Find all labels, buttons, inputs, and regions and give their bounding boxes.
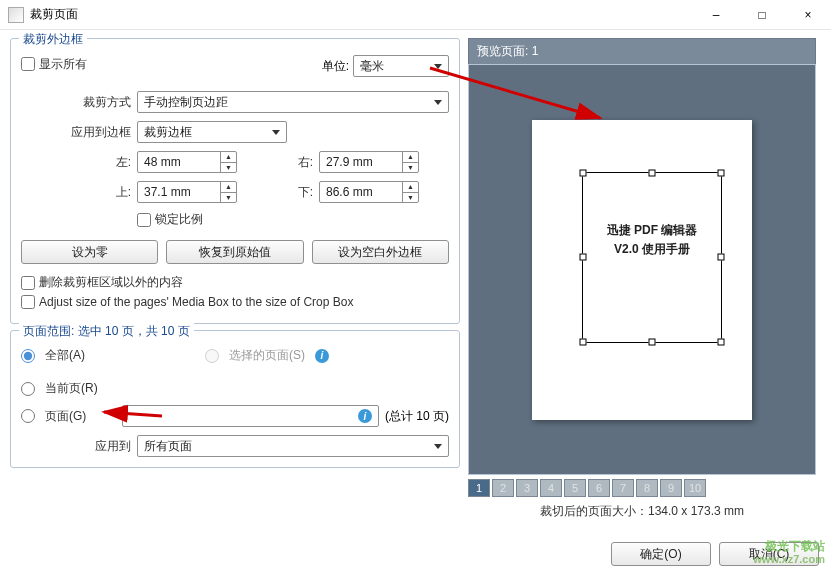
crop-mode-combo[interactable]: 手动控制页边距: [137, 91, 449, 113]
bottom-label: 下:: [243, 184, 313, 201]
window-buttons: – □ ×: [693, 0, 831, 30]
restore-button[interactable]: 恢复到原始值: [166, 240, 303, 264]
spin-down-icon[interactable]: ▼: [221, 163, 236, 173]
lock-ratio-label: 锁定比例: [155, 211, 203, 228]
unit-label: 单位:: [322, 58, 349, 75]
minimize-button[interactable]: –: [693, 0, 739, 30]
apply-border-label: 应用到边框: [21, 124, 131, 141]
handle-n[interactable]: [649, 169, 656, 176]
handle-s[interactable]: [649, 338, 656, 345]
spin-up-icon[interactable]: ▲: [403, 182, 418, 193]
right-label: 右:: [243, 154, 313, 171]
spin-up-icon[interactable]: ▲: [221, 152, 236, 163]
selected-label: 选择的页面(S): [229, 347, 305, 364]
current-label: 当前页(R): [45, 380, 98, 397]
crop-legend: 裁剪外边框: [19, 31, 87, 48]
apply-to-value: 所有页面: [144, 438, 192, 455]
pages-label: 页面(G): [45, 408, 86, 425]
handle-nw[interactable]: [580, 169, 587, 176]
apply-border-value: 裁剪边框: [144, 124, 192, 141]
pager: 1 2 3 4 5 6 7 8 9 10: [468, 479, 816, 497]
right-spin[interactable]: 27.9 mm ▲▼: [319, 151, 419, 173]
cancel-button[interactable]: 取消(C): [719, 542, 819, 566]
page-thumb[interactable]: 9: [660, 479, 682, 497]
page-thumb[interactable]: 6: [588, 479, 610, 497]
current-radio[interactable]: [21, 382, 35, 396]
handle-ne[interactable]: [718, 169, 725, 176]
unit-combo[interactable]: 毫米: [353, 55, 449, 77]
remove-outside-checkbox[interactable]: [21, 276, 35, 290]
left-spin[interactable]: 48 mm ▲▼: [137, 151, 237, 173]
titlebar: 裁剪页面 – □ ×: [0, 0, 831, 30]
pagerange-group: 页面范围: 选中 10 页，共 10 页 全部(A) 选择的页面(S) i 当前…: [10, 330, 460, 468]
info-icon[interactable]: i: [358, 409, 372, 423]
spin-down-icon[interactable]: ▼: [403, 163, 418, 173]
adjust-mediabox-checkbox[interactable]: [21, 295, 35, 309]
spin-down-icon[interactable]: ▼: [221, 193, 236, 203]
handle-se[interactable]: [718, 338, 725, 345]
preview-body: 迅捷 PDF 编辑器 V2.0 使用手册: [468, 64, 816, 475]
page-thumb[interactable]: 5: [564, 479, 586, 497]
all-label: 全部(A): [45, 347, 85, 364]
window-title: 裁剪页面: [30, 6, 693, 23]
left-label: 左:: [21, 154, 131, 171]
lock-ratio-checkbox[interactable]: [137, 213, 151, 227]
crop-mode-label: 裁剪方式: [21, 94, 131, 111]
app-icon: [8, 7, 24, 23]
crop-mode-value: 手动控制页边距: [144, 94, 228, 111]
preview-header: 预览页面: 1: [468, 38, 816, 64]
right-value: 27.9 mm: [320, 152, 402, 172]
remove-outside-label: 删除裁剪框区域以外的内容: [39, 274, 183, 291]
left-value: 48 mm: [138, 152, 220, 172]
info-icon[interactable]: i: [315, 349, 329, 363]
crop-group: 裁剪外边框 显示所有 单位: 毫米 裁剪方式 手动控制页边距: [10, 38, 460, 324]
top-spin[interactable]: 37.1 mm ▲▼: [137, 181, 237, 203]
spin-down-icon[interactable]: ▼: [403, 193, 418, 203]
ok-button[interactable]: 确定(O): [611, 542, 711, 566]
page-thumb[interactable]: 2: [492, 479, 514, 497]
page-thumb[interactable]: 10: [684, 479, 706, 497]
top-value: 37.1 mm: [138, 182, 220, 202]
crop-rect[interactable]: 迅捷 PDF 编辑器 V2.0 使用手册: [582, 172, 722, 343]
apply-to-label: 应用到: [21, 438, 131, 455]
pages-input[interactable]: i: [122, 405, 379, 427]
bottom-spin[interactable]: 86.6 mm ▲▼: [319, 181, 419, 203]
selected-radio: [205, 349, 219, 363]
handle-sw[interactable]: [580, 338, 587, 345]
doc-title-line1: 迅捷 PDF 编辑器: [583, 221, 721, 240]
page-thumb[interactable]: 1: [468, 479, 490, 497]
unit-value: 毫米: [360, 58, 384, 75]
preview-page[interactable]: 迅捷 PDF 编辑器 V2.0 使用手册: [532, 120, 752, 420]
cropped-size-label: 裁切后的页面大小：134.0 x 173.3 mm: [468, 503, 816, 520]
spin-up-icon[interactable]: ▲: [221, 182, 236, 193]
footer: 确定(O) 取消(C): [0, 537, 831, 571]
all-radio[interactable]: [21, 349, 35, 363]
spin-up-icon[interactable]: ▲: [403, 152, 418, 163]
pages-radio[interactable]: [21, 409, 35, 423]
page-thumb[interactable]: 8: [636, 479, 658, 497]
apply-to-combo[interactable]: 所有页面: [137, 435, 449, 457]
set-zero-button[interactable]: 设为零: [21, 240, 158, 264]
close-button[interactable]: ×: [785, 0, 831, 30]
page-thumb[interactable]: 4: [540, 479, 562, 497]
set-blank-button[interactable]: 设为空白外边框: [312, 240, 449, 264]
total-pages-label: (总计 10 页): [385, 408, 449, 425]
pagerange-legend: 页面范围: 选中 10 页，共 10 页: [19, 323, 194, 340]
bottom-value: 86.6 mm: [320, 182, 402, 202]
page-thumb[interactable]: 7: [612, 479, 634, 497]
show-all-label: 显示所有: [39, 56, 87, 73]
top-label: 上:: [21, 184, 131, 201]
maximize-button[interactable]: □: [739, 0, 785, 30]
doc-title-line2: V2.0 使用手册: [583, 240, 721, 259]
apply-border-combo[interactable]: 裁剪边框: [137, 121, 287, 143]
adjust-mediabox-label: Adjust size of the pages' Media Box to t…: [39, 295, 353, 309]
page-thumb[interactable]: 3: [516, 479, 538, 497]
show-all-checkbox[interactable]: [21, 57, 35, 71]
